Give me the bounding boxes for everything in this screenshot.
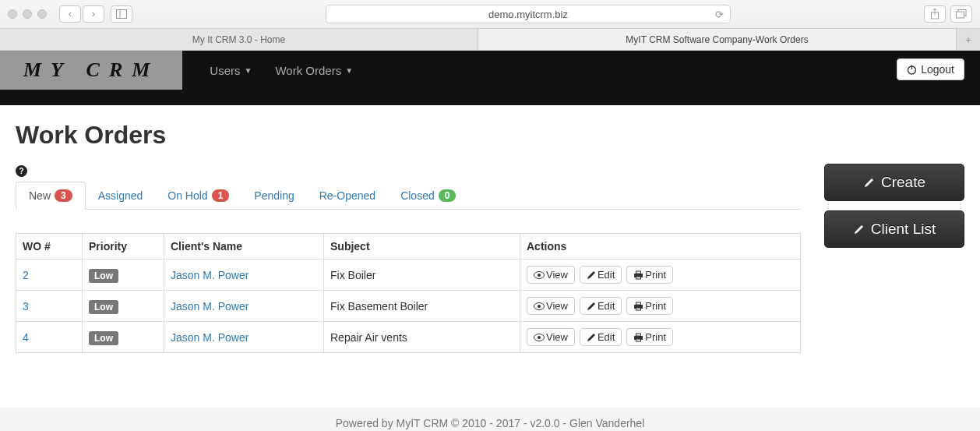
- table-row: 3LowJason M. PowerFix Basement BoilerVie…: [16, 291, 801, 322]
- subject-cell: Repair Air vents: [324, 322, 520, 353]
- btn-label: Print: [645, 269, 666, 281]
- svg-point-19: [538, 336, 541, 339]
- browser-tab-title: MyIT CRM Software Company-Work Orders: [626, 34, 808, 45]
- power-icon: [907, 65, 917, 75]
- wo-link[interactable]: 4: [23, 331, 29, 344]
- print-icon: [633, 333, 643, 342]
- client-list-button[interactable]: Client List: [824, 210, 964, 248]
- btn-label: Print: [645, 300, 666, 312]
- tab-on-hold[interactable]: On Hold 1: [155, 182, 241, 209]
- address-bar[interactable]: demo.myitcrm.biz ⟳: [326, 5, 731, 23]
- client-link[interactable]: Jason M. Power: [171, 300, 249, 313]
- edit-icon: [587, 302, 596, 311]
- tab-reopened[interactable]: Re-Opened: [307, 182, 388, 209]
- tab-label: Pending: [254, 189, 294, 202]
- print-icon: [633, 302, 643, 311]
- nav-label: Work Orders: [275, 64, 341, 77]
- caret-down-icon: ▼: [245, 66, 252, 75]
- tab-label: New: [29, 189, 51, 202]
- svg-rect-22: [636, 339, 641, 341]
- tab-label: On Hold: [167, 189, 207, 202]
- svg-rect-21: [636, 334, 641, 336]
- client-link[interactable]: Jason M. Power: [171, 269, 249, 281]
- close-window-icon[interactable]: [8, 9, 17, 19]
- browser-tab-0[interactable]: My It CRM 3.0 - Home: [0, 29, 478, 50]
- reload-icon[interactable]: ⟳: [715, 9, 724, 20]
- priority-badge: Low: [89, 331, 118, 345]
- new-tab-button[interactable]: +: [957, 29, 980, 50]
- col-wo: WO #: [16, 234, 83, 260]
- back-button[interactable]: ‹: [59, 5, 81, 23]
- col-client: Client's Name: [164, 234, 324, 260]
- view-button[interactable]: View: [527, 297, 575, 315]
- tab-assigned[interactable]: Assigned: [86, 182, 156, 209]
- client-link[interactable]: Jason M. Power: [171, 331, 249, 344]
- tab-label: Re-Opened: [319, 189, 375, 202]
- tab-new[interactable]: New 3: [16, 182, 86, 210]
- print-button[interactable]: Print: [626, 266, 673, 284]
- priority-badge: Low: [89, 269, 118, 283]
- help-icon[interactable]: ?: [16, 165, 27, 177]
- share-button[interactable]: [924, 5, 946, 23]
- sidebar-toggle-button[interactable]: [111, 5, 132, 23]
- window-controls: [8, 9, 47, 19]
- logout-button[interactable]: Logout: [897, 58, 964, 80]
- btn-label: View: [546, 300, 568, 312]
- edit-icon: [587, 333, 596, 342]
- tab-label: Closed: [400, 189, 435, 202]
- client-list-label: Client List: [871, 221, 936, 238]
- nav-work-orders[interactable]: Work Orders ▼: [263, 64, 365, 77]
- app-navbar: MY CRM Users ▼ Work Orders ▼ Logout: [0, 51, 980, 105]
- print-button[interactable]: Print: [626, 328, 673, 346]
- browser-tab-title: My It CRM 3.0 - Home: [192, 34, 285, 45]
- forward-button[interactable]: ›: [83, 5, 104, 23]
- pencil-icon: [863, 177, 875, 189]
- url-text: demo.myitcrm.biz: [488, 9, 568, 20]
- svg-rect-0: [117, 10, 127, 19]
- wo-link[interactable]: 2: [23, 269, 29, 281]
- wo-link[interactable]: 3: [23, 300, 29, 313]
- edit-icon: [587, 270, 596, 280]
- tabs-button[interactable]: [950, 5, 972, 23]
- browser-chrome: ‹ › demo.myitcrm.biz ⟳ My It CRM 3.0 - H…: [0, 0, 980, 51]
- logout-label: Logout: [921, 63, 954, 76]
- edit-button[interactable]: Edit: [580, 266, 622, 284]
- priority-badge: Low: [89, 300, 118, 314]
- create-button[interactable]: Create: [824, 164, 964, 201]
- col-subject: Subject: [324, 234, 520, 260]
- btn-label: Edit: [598, 331, 615, 343]
- print-button[interactable]: Print: [626, 297, 673, 315]
- print-icon: [633, 270, 643, 280]
- edit-button[interactable]: Edit: [580, 297, 622, 315]
- tab-badge: 0: [439, 189, 457, 202]
- tab-closed[interactable]: Closed 0: [388, 182, 468, 209]
- edit-button[interactable]: Edit: [580, 328, 622, 346]
- nav-label: Users: [210, 64, 240, 77]
- nav-users[interactable]: Users ▼: [198, 64, 263, 77]
- browser-tab-1[interactable]: MyIT CRM Software Company-Work Orders: [478, 29, 957, 50]
- table-row: 2LowJason M. PowerFix BoilerViewEditPrin…: [16, 260, 801, 291]
- btn-label: Edit: [598, 269, 615, 281]
- view-button[interactable]: View: [527, 328, 575, 346]
- minimize-window-icon[interactable]: [23, 9, 32, 19]
- svg-rect-16: [636, 302, 641, 305]
- subject-cell: Fix Basement Boiler: [324, 291, 520, 322]
- btn-label: View: [546, 331, 568, 343]
- create-label: Create: [881, 174, 925, 191]
- tab-pending[interactable]: Pending: [241, 182, 306, 209]
- btn-label: Edit: [598, 300, 615, 312]
- view-icon: [534, 334, 545, 341]
- tab-label: Assigned: [98, 189, 143, 202]
- view-icon: [534, 271, 545, 279]
- svg-point-14: [538, 305, 541, 308]
- view-icon: [534, 302, 545, 310]
- brand-logo[interactable]: MY CRM: [0, 51, 182, 90]
- zoom-window-icon[interactable]: [37, 9, 47, 19]
- view-button[interactable]: View: [527, 266, 575, 284]
- tab-badge: 3: [55, 189, 72, 202]
- tab-badge: 1: [212, 189, 230, 202]
- btn-label: View: [546, 269, 568, 281]
- svg-point-9: [538, 274, 541, 277]
- svg-rect-17: [636, 308, 641, 310]
- pencil-icon: [853, 224, 865, 235]
